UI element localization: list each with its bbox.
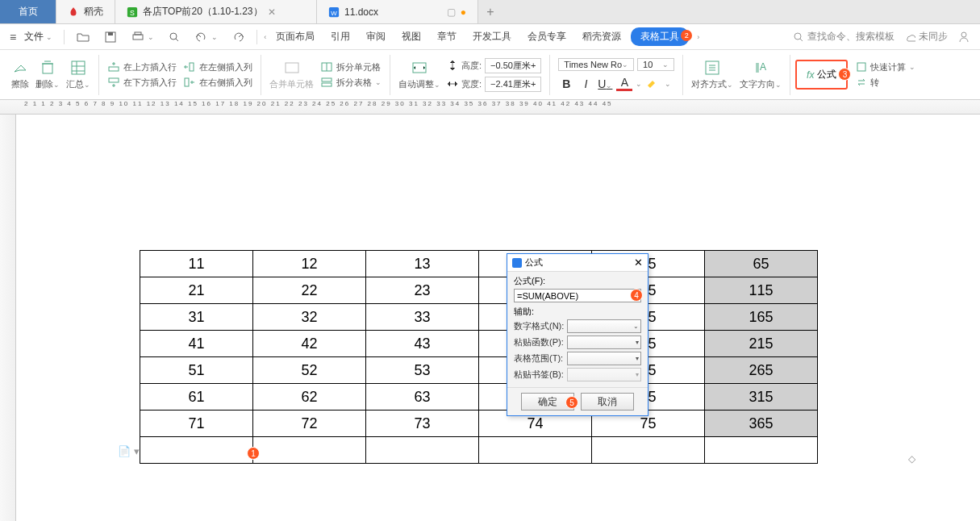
font-select[interactable]: Times New Ro⌄ (558, 58, 634, 71)
col-width[interactable]: 宽度:−2.41厘米+ (447, 77, 541, 92)
split-group: 拆分单元格 拆分表格⌄ (317, 61, 385, 89)
height-input[interactable]: −0.50厘米+ (485, 58, 541, 73)
table-row: 4142434445215 (140, 331, 818, 357)
undo-icon (194, 30, 209, 44)
sync-status[interactable]: 未同步 (904, 30, 948, 44)
ribbon-tab-layout[interactable]: 页面布局 (269, 27, 321, 47)
size-select[interactable]: 10⌄ (637, 58, 674, 71)
ribbon-tab-review[interactable]: 审阅 (360, 27, 392, 47)
expand-icon[interactable]: › (697, 33, 699, 41)
search-placeholder: 查找命令、搜索模板 (807, 30, 895, 44)
vertical-ruler[interactable] (0, 115, 16, 521)
tab-doke[interactable]: 稻壳 (56, 0, 115, 23)
dialog-titlebar[interactable]: 公式 ✕ (507, 254, 648, 272)
user-icon[interactable] (957, 31, 970, 44)
horizontal-ruler[interactable]: 2 1 1 2 3 4 5 6 7 8 9 10 11 12 13 14 15 … (0, 100, 980, 115)
convert-button[interactable]: 转 (856, 77, 915, 89)
word-icon: W (328, 6, 340, 18)
bold-button[interactable]: B (558, 77, 574, 90)
dialog-close-button[interactable]: ✕ (634, 256, 643, 269)
split-table-button[interactable]: 拆分表格⌄ (320, 77, 382, 89)
insert-col-right[interactable]: 在右侧插入列 (183, 77, 252, 89)
tab-sheet[interactable]: S 各店TOP前20（1.10-1.23） ✕ (115, 0, 317, 23)
erase-button[interactable]: 擦除 (8, 59, 32, 90)
convert-label: 转 (870, 77, 879, 89)
delete-label: 删除 (35, 79, 53, 89)
ok-button[interactable]: 确定5 (521, 393, 574, 411)
new-tab-button[interactable]: + (478, 0, 503, 23)
textdir-button[interactable]: ‖A文字方向⌄ (736, 59, 785, 90)
table-row: 5152535455265 (140, 357, 818, 384)
numfmt-select[interactable]: ⌄ (567, 319, 641, 333)
tab-options-icon[interactable]: ▢ (447, 6, 456, 18)
formula-input[interactable] (514, 289, 641, 302)
row-above-label: 在上方插入行 (123, 61, 177, 73)
split-cell-button[interactable]: 拆分单元格 (320, 61, 382, 73)
delete-button[interactable]: 删除⌄ (32, 59, 63, 90)
ribbon-tab-resource[interactable]: 稻壳资源 (576, 27, 628, 47)
search-icon (793, 31, 804, 43)
assist-label: 辅助: (514, 306, 641, 318)
document-table[interactable]: 111213141565 2122232425115 3132333435165… (140, 250, 818, 464)
undo-button[interactable]: ⌄ (190, 27, 223, 47)
ribbon-tab-member[interactable]: 会员专享 (521, 27, 573, 47)
fast-calc-button[interactable]: 快速计算⌄ (856, 61, 915, 73)
autofit-button[interactable]: 自动调整⌄ (395, 59, 444, 90)
document-canvas: 111213141565 2122232425115 3132333435165… (16, 115, 980, 521)
ribbon-tab-chapter[interactable]: 章节 (431, 27, 463, 47)
highlight-button[interactable] (645, 77, 661, 90)
summary-button[interactable]: 汇总⌄ (63, 59, 94, 90)
save-button[interactable] (98, 27, 123, 47)
cancel-button[interactable]: 取消 (581, 393, 634, 411)
folder-icon (76, 30, 90, 44)
split-cell-label: 拆分单元格 (336, 61, 381, 73)
insert-row-above[interactable]: 在上方插入行 (107, 61, 177, 73)
ribbon-tab-view[interactable]: 视图 (395, 27, 427, 47)
close-icon[interactable]: ✕ (268, 6, 276, 18)
font-color-button[interactable]: A (616, 76, 632, 91)
ribbon-tab-table-tools[interactable]: 表格工具2 (631, 27, 689, 46)
file-menu[interactable]: 文件 ⌄ (19, 27, 57, 46)
insert-row-below[interactable]: 在下方插入行 (107, 77, 177, 89)
tab-doke-label: 稻壳 (84, 5, 103, 19)
italic-button[interactable]: I (578, 77, 594, 90)
insert-col-left[interactable]: 在左侧插入列 (183, 61, 252, 73)
height-value: 0.50厘米 (496, 60, 531, 72)
collapse-icon[interactable]: ‹ (264, 33, 266, 41)
align-button[interactable]: 对齐方式⌄ (688, 59, 736, 90)
doc-options-icon[interactable]: 📄 ▾ (118, 445, 140, 457)
textdir-label: 文字方向 (740, 79, 775, 89)
ribbon-tab-ref[interactable]: 引用 (324, 27, 357, 47)
open-button[interactable] (71, 27, 95, 47)
tblrange-select[interactable]: ▾ (567, 352, 641, 365)
tblrange-label: 表格范围(T): (514, 352, 564, 365)
svg-text:W: W (331, 9, 337, 16)
ribbon-tab-dev[interactable]: 开发工具 (466, 27, 518, 47)
underline-button[interactable]: U⌄ (597, 77, 613, 90)
row-below-label: 在下方插入行 (123, 77, 177, 89)
svg-point-10 (961, 32, 966, 37)
svg-rect-6 (133, 35, 143, 40)
formula-button[interactable]: fx 公式 (800, 63, 843, 86)
sum-icon (69, 59, 87, 77)
preview-button[interactable] (162, 27, 186, 47)
highlight-icon (645, 77, 658, 90)
tab-doc[interactable]: W 11.docx ▢ ● (317, 0, 478, 23)
formula-field-label: 公式(F): (514, 275, 641, 287)
pastefn-label: 粘贴函数(P): (514, 336, 564, 348)
row-height[interactable]: 高度:−0.50厘米+ (447, 58, 541, 73)
erase-label: 擦除 (11, 78, 29, 90)
command-search[interactable]: 查找命令、搜索模板 (793, 30, 895, 44)
print-button[interactable]: ⌄ (126, 27, 159, 47)
width-input[interactable]: −2.41厘米+ (485, 77, 541, 92)
col-right-icon (183, 77, 196, 88)
insert-row-group: 在上方插入行 在下方插入行 (104, 61, 180, 89)
menu-icon[interactable]: ≡ (10, 31, 16, 44)
section-end-icon: ◇ (908, 453, 915, 465)
tab-home[interactable]: 首页 (0, 0, 56, 23)
redo-button[interactable] (226, 27, 250, 47)
pastefn-select[interactable]: ▾ (567, 336, 641, 349)
formula-button-highlighted: fx 公式 3 (795, 60, 848, 90)
width-icon (447, 78, 458, 90)
svg-rect-15 (190, 63, 194, 71)
